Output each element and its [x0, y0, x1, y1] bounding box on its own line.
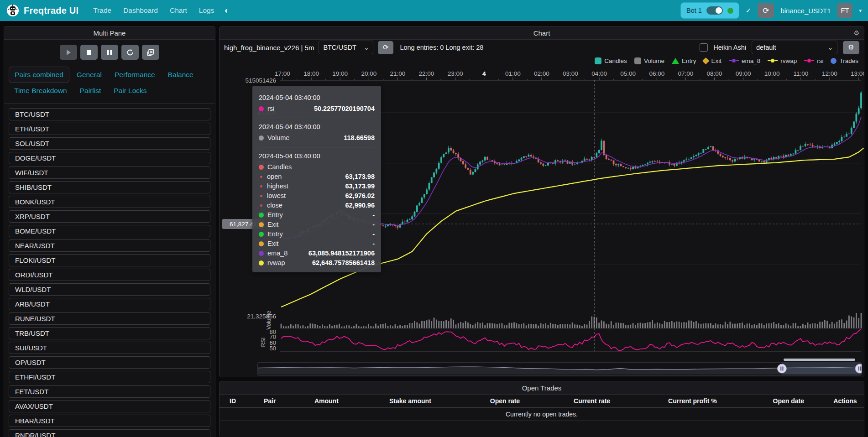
pause-button[interactable] — [101, 45, 118, 60]
pair-item-bome-usdt[interactable]: BOME/USDT — [9, 225, 210, 237]
series-marker-icon — [259, 135, 264, 140]
bot-selector[interactable]: Bot 1 — [680, 2, 739, 19]
pair-item-rndr-usdt[interactable]: RNDR/USDT — [9, 429, 210, 437]
chart-refresh-button[interactable]: ⟳ — [378, 41, 393, 54]
pair-item-hbar-usdt[interactable]: HBAR/USDT — [9, 415, 210, 427]
legend-ema_8[interactable]: ema_8 — [729, 57, 760, 64]
svg-text:10:00: 10:00 — [764, 70, 780, 77]
legend-marker-line — [729, 60, 739, 61]
column-header-current-profit-%[interactable]: Current profit % — [634, 397, 750, 405]
legend-exit[interactable]: Exit — [703, 57, 722, 64]
tab-pair-locks[interactable]: Pair Locks — [108, 83, 152, 99]
pair-item-shib-usdt[interactable]: SHIB/USDT — [9, 181, 210, 193]
svg-text:11:00: 11:00 — [793, 70, 808, 77]
pair-item-sol-usdt[interactable]: SOL/USDT — [9, 137, 210, 150]
zoom-slider-minimap — [258, 363, 862, 375]
zoom-scroll-thumb[interactable] — [784, 359, 855, 361]
pair-item-wif-usdt[interactable]: WIF/USDT — [9, 166, 210, 179]
pair-item-doge-usdt[interactable]: DOGE/USDT — [9, 152, 210, 164]
svg-text:03:00: 03:00 — [563, 70, 578, 77]
close-multipane-button[interactable] — [142, 45, 159, 60]
pair-item-bonk-usdt[interactable]: BONK/USDT — [9, 196, 210, 208]
column-header-amount[interactable]: Amount — [293, 397, 360, 405]
nav-item-trade[interactable]: Trade — [93, 6, 111, 15]
svg-text:04:00: 04:00 — [591, 70, 607, 77]
legend-trades[interactable]: Trades — [831, 57, 858, 64]
svg-text:4: 4 — [482, 70, 486, 77]
legend-rvwap[interactable]: rvwap — [768, 57, 797, 64]
pair-item-ethfi-usdt[interactable]: ETHFI/USDT — [9, 371, 210, 383]
play-button[interactable] — [60, 45, 77, 60]
theme-toggle-icon[interactable]: ◐ — [224, 6, 229, 16]
tab-general[interactable]: General — [71, 67, 107, 83]
column-header-open-rate[interactable]: Open rate — [460, 397, 549, 405]
tab-performance[interactable]: Performance — [109, 67, 161, 83]
svg-text:06:00: 06:00 — [649, 70, 664, 77]
pair-item-arb-usdt[interactable]: ARB/USDT — [9, 298, 210, 310]
column-header-current-rate[interactable]: Current rate — [549, 397, 634, 405]
legend-marker-square — [595, 57, 601, 64]
tooltip-series-value: - — [372, 229, 375, 239]
pair-item-sui-usdt[interactable]: SUI/USDT — [9, 342, 210, 354]
pair-item-fet-usdt[interactable]: FET/USDT — [9, 385, 210, 398]
tooltip-series-value: - — [372, 210, 375, 220]
open-trades-empty-row: Currently no open trades. — [220, 408, 864, 421]
pair-list: BTC/USDTETH/USDTSOL/USDTDOGE/USDTWIF/USD… — [4, 108, 215, 437]
pair-item-avax-usdt[interactable]: AVAX/USDT — [9, 400, 210, 412]
series-marker-icon — [259, 232, 264, 237]
pair-item-floki-usdt[interactable]: FLOKI/USDT — [9, 254, 210, 266]
zoom-slider[interactable] — [257, 362, 861, 376]
tooltip-series-label: Exit — [267, 220, 278, 229]
pair-item-wld-usdt[interactable]: WLD/USDT — [9, 283, 210, 296]
tab-balance[interactable]: Balance — [162, 67, 199, 83]
series-marker-icon — [259, 106, 264, 111]
column-header-open-date[interactable]: Open date — [750, 397, 826, 405]
pair-item-ordi-usdt[interactable]: ORDI/USDT — [9, 269, 210, 281]
heikin-ashi-checkbox[interactable] — [700, 43, 708, 52]
column-header-stake-amount[interactable]: Stake amount — [360, 397, 460, 405]
panel-gear-icon[interactable]: ⚙ — [853, 29, 859, 36]
navbar-right: Bot 1 ✓ ⟳ binance_USDT1 FT ▾ — [680, 2, 862, 19]
column-header-pair[interactable]: Pair — [246, 397, 293, 405]
legend-entry[interactable]: Entry — [672, 57, 696, 64]
tab-time-breakdown[interactable]: Time Breakdown — [9, 83, 73, 99]
tabs-divider — [4, 103, 215, 104]
tab-pairs-combined[interactable]: Pairs combined — [9, 67, 69, 83]
legend-volume[interactable]: Volume — [634, 57, 664, 64]
pair-item-btc-usdt[interactable]: BTC/USDT — [9, 108, 210, 120]
legend-candles[interactable]: Candles — [595, 57, 627, 64]
open-trades-table-header: IDPairAmountStake amountOpen rateCurrent… — [220, 395, 864, 408]
chevron-down-icon[interactable]: ▾ — [859, 8, 862, 14]
legend-marker-line — [768, 60, 778, 61]
bot-toggle[interactable] — [706, 6, 723, 15]
svg-text:21:00: 21:00 — [390, 70, 406, 77]
reload-button[interactable] — [121, 45, 139, 60]
pair-item-eth-usdt[interactable]: ETH/USDT — [9, 123, 210, 135]
pair-item-xrp-usdt[interactable]: XRP/USDT — [9, 210, 210, 223]
tab-pairlist[interactable]: Pairlist — [74, 83, 107, 99]
pair-select[interactable]: BTC/USDT ⌄ — [319, 41, 373, 54]
navbar: Freqtrade UI TradeDashboardChartLogs ◐ B… — [0, 0, 868, 21]
column-header-actions[interactable]: Actions — [826, 397, 864, 405]
nav-item-chart[interactable]: Chart — [170, 6, 187, 15]
bot-toggle-knob — [716, 7, 722, 14]
pair-item-trb-usdt[interactable]: TRB/USDT — [9, 327, 210, 339]
series-dot-icon — [260, 195, 262, 197]
column-header-id[interactable]: ID — [220, 397, 246, 405]
tooltip-series-value: 63,173.99 — [345, 182, 375, 191]
plot-settings-button[interactable]: ⚙ — [843, 41, 859, 54]
nav-item-dashboard[interactable]: Dashboard — [123, 6, 158, 15]
pair-item-rune-usdt[interactable]: RUNE/USDT — [9, 312, 210, 325]
avatar[interactable]: FT — [837, 3, 852, 18]
svg-text:Volume: Volume — [266, 311, 272, 330]
nav-item-logs[interactable]: Logs — [199, 6, 214, 15]
reload-bot-button[interactable]: ⟳ — [758, 3, 774, 18]
brand[interactable]: Freqtrade UI — [6, 4, 78, 17]
pair-item-near-usdt[interactable]: NEAR/USDT — [9, 239, 210, 252]
plot-config-select[interactable]: default ⌄ — [752, 41, 837, 54]
legend-rsi[interactable]: rsi — [804, 57, 823, 64]
pair-item-op-usdt[interactable]: OP/USDT — [9, 356, 210, 369]
tooltip-row: Candles — [259, 162, 375, 172]
tooltip-series-label: ema_8 — [267, 249, 288, 258]
stop-button[interactable] — [80, 45, 98, 60]
